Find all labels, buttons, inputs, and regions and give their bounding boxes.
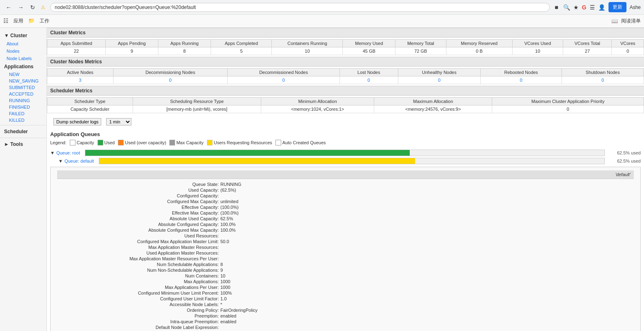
sidebar-item-running[interactable]: RUNNING [0, 97, 47, 104]
detail-row: Configured Minimum User Limit Percent:10… [57, 290, 634, 296]
detail-value: 100% [220, 291, 232, 295]
legend-bar: Legend: Capacity Used Used (over capacit… [50, 140, 641, 145]
url-bar[interactable]: node02:8088/cluster/scheduler?openQueues… [50, 3, 550, 12]
queue-root-pct: 62.5% used [608, 150, 641, 155]
sidebar-item-submitted[interactable]: SUBMITTED [0, 84, 47, 91]
col-vcores-used: VCores Used [512, 40, 563, 47]
detail-label: Default Node Label Expression: [57, 325, 220, 330]
legend-used-over: Used (over capacity) [118, 140, 166, 145]
apps-pending-val: 9 [106, 47, 158, 55]
detail-value: enabled [220, 319, 236, 324]
work-label[interactable]: 工作 [40, 18, 49, 25]
active-nodes-val[interactable]: 3 [47, 76, 113, 84]
sidebar-scheduler[interactable]: Scheduler [0, 127, 47, 136]
detail-value: 10 [220, 273, 225, 278]
shutdown-nodes-val[interactable]: 0 [562, 76, 644, 84]
dump-logs-button[interactable]: Dump scheduler logs [53, 118, 101, 125]
col-apps-running: Apps Running [158, 40, 211, 47]
col-apps-submitted: Apps Submitted [47, 40, 106, 47]
detail-label: Preemption: [57, 313, 220, 318]
sidebar-tools[interactable]: ► Tools [0, 140, 47, 149]
sidebar-item-killed[interactable]: KILLED [0, 117, 47, 123]
sidebar-item-nodelabels[interactable]: Node Labels [0, 55, 47, 62]
readinglist-label[interactable]: 阅读清单 [621, 18, 641, 25]
containers-running-val: 10 [272, 47, 343, 55]
detail-value: 8 [220, 262, 223, 267]
legend-used: Used [98, 140, 115, 145]
decommissioned-nodes-val[interactable]: 0 [227, 76, 340, 84]
unhealthy-nodes-val[interactable]: 0 [398, 76, 481, 84]
queue-root-label[interactable]: Queue: root [56, 150, 80, 155]
vcores-val: 0 [612, 47, 644, 55]
sidebar-cluster[interactable]: ▼ Cluster [0, 31, 47, 40]
detail-row: Preemption:enabled [57, 313, 634, 319]
cluster-nodes-table: Active Nodes Decommissioning Nodes Decom… [47, 68, 644, 84]
reload-button[interactable]: ↻ [28, 2, 38, 12]
queue-root-toggle[interactable]: ▼ [50, 150, 55, 155]
extensions-puzzle-icon[interactable]: ☰ [590, 4, 595, 11]
arrow-right-icon: ► [4, 141, 10, 147]
toolbar-bar: ☷ 应用 📁 工作 📖 阅读清单 [0, 15, 644, 28]
user-name: Ashe [630, 4, 641, 10]
user-icon[interactable]: 👤 [598, 4, 605, 11]
detail-label: Num Non-Schedulable Applications: [57, 268, 220, 273]
lost-nodes-val[interactable]: 0 [340, 76, 398, 84]
dump-logs-interval-select[interactable]: 1 min 5 min 10 min [106, 118, 131, 125]
sidebar-item-nodes[interactable]: Nodes [0, 47, 47, 55]
detail-label: Intra-queue Preemption: [57, 319, 220, 324]
detail-label: Configured User Limit Factor: [57, 296, 220, 301]
queue-default-bar-fill [99, 158, 415, 164]
col-apps-pending: Apps Pending [106, 40, 158, 47]
apps-completed-val: 5 [211, 47, 272, 55]
col-containers-running: Containers Running [272, 40, 343, 47]
min-allocation-val: <memory:1024, vCores:1> [261, 105, 374, 113]
bookmark-icon[interactable]: ★ [573, 4, 579, 11]
detail-value: 62.5% [220, 216, 233, 221]
sidebar-item-failed[interactable]: FAILED [0, 110, 47, 117]
detail-value: * [220, 302, 222, 307]
col-active-nodes: Active Nodes [47, 69, 113, 76]
col-vcores-total: VCores Total [563, 40, 612, 47]
detail-label: Num Containers: [57, 273, 220, 278]
sidebar-item-new-saving[interactable]: NEW_SAVING [0, 78, 47, 84]
detail-row: Num Schedulable Applications:8 [57, 262, 634, 267]
legend-max-cap-label: Max Capacity [176, 140, 204, 145]
detail-label: Effective Max Capacity: [57, 210, 220, 215]
detail-label: Configured Capacity: [57, 193, 220, 198]
rebooted-nodes-val[interactable]: 0 [481, 76, 562, 84]
browser-navigation[interactable]: ← → ↻ [3, 2, 38, 12]
detail-label: Max Application Master Resources Per Use… [57, 256, 220, 261]
forward-button[interactable]: → [16, 2, 26, 12]
main-layout: ▼ Cluster About Nodes Node Labels Applic… [0, 28, 644, 331]
search-icon[interactable]: 🔍 [563, 4, 570, 11]
sidebar-item-new[interactable]: NEW [0, 71, 47, 78]
queue-default-label[interactable]: Queue: default [64, 159, 94, 163]
legend-capacity: Capacity [70, 140, 94, 145]
decommissioning-nodes-val[interactable]: 0 [113, 76, 227, 84]
detail-label: Configured Max Application Master Limit: [57, 239, 220, 244]
apps-submitted-val: 22 [47, 47, 106, 55]
sidebar-applications[interactable]: Applications [0, 62, 47, 71]
detail-row: Max Applications:1000 [57, 279, 634, 284]
browser-bar: ← → ↻ ⚠ node02:8088/cluster/scheduler?op… [0, 0, 644, 15]
scheduling-resource-val: [memory-mb (unit=Mi), vcores] [133, 105, 261, 113]
sidebar-item-accepted[interactable]: ACCEPTED [0, 91, 47, 97]
grid-icon: ☷ [3, 18, 9, 25]
queue-default-pct: 62.5% used [608, 159, 641, 163]
queue-default-toggle[interactable]: ▼ [58, 159, 63, 163]
memory-used-val: 45 GB [343, 47, 395, 55]
apps-label[interactable]: 应用 [13, 18, 23, 25]
col-decommissioned-nodes: Decommissioned Nodes [227, 69, 340, 76]
back-button[interactable]: ← [3, 2, 14, 12]
update-button[interactable]: 更新 [608, 2, 626, 12]
sidebar-item-finished[interactable]: FINISHED [0, 104, 47, 110]
detail-label: Effective Capacity: [57, 205, 220, 210]
sidebar-item-about[interactable]: About [0, 40, 47, 47]
detail-row: Default Node Label Expression: [57, 324, 634, 330]
extensions-icon: ◾ [553, 4, 560, 11]
detail-value: enabled [220, 313, 236, 318]
app-queues-title: Application Queues [50, 131, 641, 137]
legend-users-req-label: Users Requesting Resources [214, 140, 272, 145]
legend-capacity-label: Capacity [77, 140, 94, 145]
detail-row: Configured Capacity: [57, 193, 634, 199]
